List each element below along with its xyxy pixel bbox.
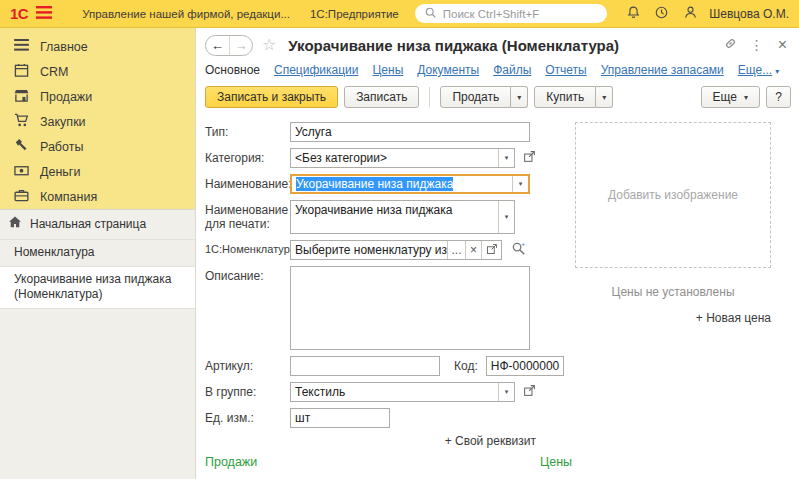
back-button[interactable]: ← [206, 36, 229, 55]
page-title: Укорачивание низа пиджака (Номенклатура) [288, 37, 713, 54]
tab-documents[interactable]: Документы [417, 63, 479, 77]
sidebar-item-sales[interactable]: Продажи [0, 84, 195, 109]
section-panel: Главное CRM Продажи Закупки Работы Деньг… [0, 28, 195, 209]
logo-1c: 1С [10, 5, 28, 22]
more-button[interactable]: Еще▾ [701, 86, 760, 108]
description-label: Описание: [205, 266, 290, 283]
open-windows-panel: Начальная страница Номенклатура Укорачив… [0, 209, 195, 479]
forward-button[interactable]: → [229, 36, 252, 55]
custom-attribute-link[interactable]: + Свой реквизит [445, 434, 536, 448]
favorite-star-button[interactable]: ☆ [262, 37, 276, 53]
tab-prices[interactable]: Цены [372, 63, 403, 77]
nomenclature-clear-button[interactable]: × [465, 241, 481, 259]
sidebar-item-purchases[interactable]: Закупки [0, 109, 195, 134]
sell-button[interactable]: Продать [440, 86, 511, 108]
nomenclature-choose-button[interactable]: ... [447, 241, 465, 259]
save-and-close-button[interactable]: Записать и закрыть [205, 86, 338, 108]
save-button[interactable]: Записать [344, 86, 419, 108]
topbar: 1С Управление нашей фирмой, редакци...1С… [0, 0, 799, 28]
sell-split-button: Продать ▾ [440, 86, 528, 108]
category-dropdown-button[interactable]: ▾ [498, 149, 514, 167]
type-label: Тип: [205, 122, 290, 139]
article-field[interactable] [290, 356, 440, 376]
main-menu-button[interactable] [36, 6, 52, 22]
selected-text: Укорачивание низа пиджака [296, 177, 453, 191]
main-content: ← → ☆ Укорачивание низа пиджака (Номенкл… [196, 28, 799, 479]
hamburger-icon [36, 6, 52, 22]
briefcase-icon [14, 188, 29, 206]
card-tabs: Основное Спецификации Цены Документы Фай… [196, 62, 799, 84]
nav-item-active-card[interactable]: Укорачивание низа пиджака (Номенклатура) [0, 267, 195, 309]
sidebar-item-works[interactable]: Работы [0, 134, 195, 159]
prices-group-link[interactable]: Цены [540, 455, 572, 469]
sales-group-link[interactable]: Продажи [205, 455, 257, 469]
new-price-link[interactable]: + Новая цена [575, 311, 771, 325]
close-button[interactable]: × [776, 37, 789, 53]
bell-icon [626, 5, 641, 23]
name-dropdown-button[interactable]: ▾ [512, 176, 528, 192]
tab-files[interactable]: Файлы [493, 63, 531, 77]
sidebar: Главное CRM Продажи Закупки Работы Деньг… [0, 28, 196, 479]
menu-icon [14, 39, 29, 54]
image-prices-panel: Добавить изображение Цены не установлены… [575, 122, 771, 325]
unit-label: Ед. изм.: [205, 408, 290, 425]
sidebar-item-money[interactable]: Деньги [0, 159, 195, 184]
user-icon [683, 5, 698, 23]
tab-main[interactable]: Основное [205, 63, 260, 77]
group-field[interactable]: Текстиль ▾ [290, 382, 515, 402]
group-open-button[interactable] [519, 382, 539, 402]
print-name-field[interactable]: Укорачивание низа пиджака ▾ [290, 200, 515, 234]
name-field[interactable]: Укорачивание низа пиджака ▾ [290, 174, 530, 194]
code-field[interactable]: НФ-0000000 [486, 356, 564, 376]
window-menu-button[interactable]: ⋮ [747, 37, 767, 53]
open-link-icon [523, 384, 536, 400]
search-input[interactable]: Поиск Ctrl+Shift+F [415, 4, 607, 23]
buy-dropdown-button[interactable]: ▾ [596, 86, 613, 108]
app-name: 1С:Предприятие [310, 8, 399, 20]
search-placeholder: Поиск Ctrl+Shift+F [443, 8, 539, 20]
nomenclature-open-button[interactable] [481, 241, 501, 259]
add-image-dropzone[interactable]: Добавить изображение [575, 122, 771, 268]
unit-field[interactable]: шт [290, 408, 390, 428]
nomenclature-1c-field[interactable]: Выберите номенклатуру из се... ... × [290, 240, 502, 260]
tab-inventory[interactable]: Управление запасами [601, 63, 724, 77]
notifications-button[interactable] [623, 3, 644, 25]
description-field[interactable] [290, 266, 530, 350]
card-toolbar: Записать и закрыть Записать Продать ▾ Ку… [196, 84, 799, 114]
sidebar-item-company[interactable]: Компания [0, 184, 195, 209]
chevron-down-icon: ▾ [744, 93, 748, 102]
tab-more[interactable]: Еще...▾ [738, 63, 779, 77]
category-open-button[interactable] [519, 148, 539, 168]
open-link-icon [523, 150, 536, 166]
group-links: Продажи Цены [205, 455, 791, 471]
sell-dropdown-button[interactable]: ▾ [511, 86, 528, 108]
article-label: Артикул: [205, 356, 290, 373]
code-label: Код: [454, 356, 478, 373]
buy-button[interactable]: Купить [534, 86, 596, 108]
user-menu-button[interactable] [680, 3, 701, 25]
cart-icon [14, 113, 29, 131]
get-link-button[interactable] [723, 36, 738, 54]
sidebar-item-crm[interactable]: CRM [0, 59, 195, 84]
history-button[interactable] [652, 3, 673, 25]
nomenclature-search-button[interactable] [508, 240, 528, 260]
category-field[interactable]: <Без категории> ▾ [290, 148, 515, 168]
sidebar-item-main[interactable]: Главное [0, 34, 195, 59]
card-form: Тип: Услуга Категория: <Без категории> ▾… [205, 122, 791, 448]
type-field[interactable]: Услуга [290, 122, 530, 142]
nav-item-nomenclature[interactable]: Номенклатура [0, 240, 195, 267]
nav-item-home[interactable]: Начальная страница [0, 210, 195, 240]
tab-specifications[interactable]: Спецификации [274, 63, 358, 77]
magnifier-sparkle-icon [511, 241, 526, 259]
help-button[interactable]: ? [766, 86, 791, 108]
history-nav: ← → [205, 35, 253, 56]
print-name-dropdown-button[interactable]: ▾ [498, 201, 514, 233]
nomenclature-1c-label: 1С:Номенклатура: [205, 240, 290, 255]
tab-reports[interactable]: Отчеты [545, 63, 586, 77]
card-header: ← → ☆ Укорачивание низа пиджака (Номенкл… [196, 28, 799, 62]
user-name[interactable]: Шевцова О.М. [709, 7, 789, 21]
window-title: Управление нашей фирмой, редакци...1С:Пр… [82, 8, 399, 20]
group-dropdown-button[interactable]: ▾ [498, 383, 514, 401]
home-icon [8, 215, 22, 233]
group-label: В группе: [205, 382, 290, 399]
